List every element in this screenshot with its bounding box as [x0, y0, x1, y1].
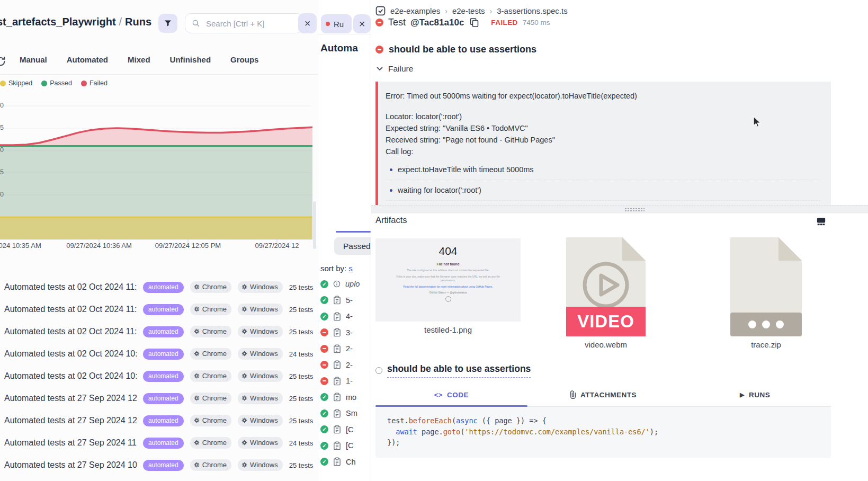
refresh-icon[interactable]: [0, 56, 6, 67]
env-chip-browser: Chrome: [190, 370, 231, 382]
failure-section-toggle[interactable]: Failure: [377, 64, 413, 74]
test-list-item[interactable]: Ch: [320, 454, 371, 470]
run-row[interactable]: Automated tests at 02 Oct 2024 10:40 aut…: [0, 365, 316, 387]
run-badge: automated: [143, 438, 184, 449]
dot-icon: [748, 320, 756, 328]
env-chip-label: Chrome: [202, 350, 227, 358]
passed-filter-button[interactable]: Passed: [334, 237, 371, 255]
env-chip-os: Windows: [238, 459, 283, 471]
gear-icon: [194, 373, 200, 379]
test-title-link[interactable]: should be able to use assertions: [387, 363, 531, 378]
test-list-item[interactable]: 3-: [320, 325, 371, 341]
test-list-item[interactable]: Sm: [320, 405, 371, 422]
gear-icon: [194, 284, 200, 290]
copy-icon[interactable]: [470, 17, 479, 28]
gallery-view-icon[interactable]: [817, 217, 826, 226]
run-row[interactable]: Automated tests at 27 Sep 2024 11:32 aut…: [0, 432, 316, 454]
test-list-item[interactable]: uplo: [320, 276, 371, 292]
artifact-video[interactable]: VIDEO video.webm: [566, 237, 646, 349]
clipboard-icon: [333, 328, 341, 337]
crumb-file[interactable]: 3-assertions.spec.ts: [497, 6, 567, 15]
env-chip-label: Windows: [250, 327, 278, 335]
clipboard-icon: [333, 441, 341, 450]
run-type-tab[interactable]: Mixed: [128, 55, 150, 64]
scrollbar-thumb[interactable]: [313, 201, 316, 249]
thumb-subtitle: File not found: [375, 262, 521, 266]
test-list-item[interactable]: 5-: [320, 292, 371, 309]
run-type-tab[interactable]: Unfinished: [170, 55, 211, 64]
breadcrumb: st_artefacts_Playwright/Runs: [0, 16, 151, 28]
tab-attachments[interactable]: ATTACHMENTS: [527, 385, 679, 406]
run-row[interactable]: Automated tests at 27 Sep 2024 10:35 aut…: [0, 454, 316, 476]
env-chip-os: Windows: [238, 415, 283, 426]
run-type-tab[interactable]: Groups: [230, 55, 258, 64]
gear-icon: [241, 395, 247, 401]
env-chip-label: Chrome: [202, 439, 227, 447]
project-title[interactable]: st_artefacts_Playwright: [0, 16, 116, 28]
run-row[interactable]: Automated tests at 02 Oct 2024 11:08 aut…: [0, 320, 316, 343]
drag-grip-icon: [624, 208, 645, 212]
test-list-item[interactable]: [C: [320, 422, 371, 438]
artifact-screenshot[interactable]: 404 File not found The site configured a…: [375, 238, 521, 334]
thumb-text: If this is your site, make sure that the…: [375, 275, 521, 282]
run-badge: automated: [143, 304, 184, 315]
test-list-item[interactable]: mo: [320, 389, 371, 406]
test-status-icon: [320, 409, 328, 417]
run-type-tabs: ManualAutomatedMixedUnfinishedGroups: [20, 55, 258, 64]
legend-item[interactable]: Skipped: [0, 79, 32, 87]
run-type-tab[interactable]: Manual: [20, 55, 47, 64]
section-resize-handle[interactable]: [371, 205, 868, 213]
run-tab[interactable]: Ru: [321, 14, 352, 33]
test-status-icon: [320, 393, 328, 401]
test-label: 5-: [346, 296, 353, 305]
test-list-item[interactable]: 4-: [320, 308, 371, 325]
tab-code[interactable]: <> CODE: [375, 385, 527, 406]
env-chip-os: Windows: [238, 393, 283, 404]
sort-link[interactable]: s: [348, 264, 353, 273]
artifact-trace[interactable]: trace.zip: [730, 237, 802, 349]
tab-runs[interactable]: ▶ RUNS: [679, 385, 831, 406]
passed-filter-label: Passed: [343, 242, 371, 251]
runs-list: Automated tests at 02 Oct 2024 11:13 aut…: [0, 276, 316, 476]
run-test-count: 24 tests: [289, 439, 314, 447]
crumb-separator: ›: [490, 7, 493, 15]
run-badge: automated: [143, 326, 184, 337]
run-title: Automated tests at 27 Sep 2024 10:35: [4, 460, 137, 470]
filter-button[interactable]: [158, 14, 177, 33]
gear-icon: [241, 440, 247, 446]
pending-status-icon: [375, 367, 382, 374]
run-row[interactable]: Automated tests at 02 Oct 2024 11:11 aut…: [0, 298, 316, 320]
crumb-folder[interactable]: e2e-tests: [452, 6, 485, 15]
crumb-suite[interactable]: e2e-examples: [390, 6, 440, 15]
search-box[interactable]: [185, 13, 303, 33]
run-row[interactable]: Automated tests at 02 Oct 2024 11:13 aut…: [0, 276, 316, 298]
run-row[interactable]: Automated tests at 27 Sep 2024 12:03 aut…: [0, 409, 316, 432]
close-run-panel-button[interactable]: ×: [353, 14, 371, 33]
legend-item[interactable]: Failed: [81, 79, 108, 87]
search-input[interactable]: [205, 19, 296, 29]
play-icon: [580, 260, 631, 310]
test-list-item[interactable]: 1-: [320, 373, 371, 389]
test-list-item[interactable]: 2-: [320, 357, 371, 373]
run-title: Automated tests at 27 Sep 2024 12:03: [4, 416, 137, 425]
call-log-list: expect.toHaveTitle with timeout 5000mswa…: [386, 164, 820, 201]
env-chip-label: Chrome: [202, 461, 227, 469]
error-detail-line: Received string: "Page not found · GitHu…: [386, 134, 820, 146]
paperclip-icon: [570, 390, 576, 399]
close-icon: ×: [305, 18, 311, 29]
clipboard-icon: [333, 409, 341, 418]
legend-label: Skipped: [8, 79, 32, 87]
tab-label: CODE: [447, 391, 469, 399]
close-runs-panel-button[interactable]: ×: [298, 13, 317, 33]
run-type-tab[interactable]: Automated: [67, 55, 108, 64]
env-chip-os: Windows: [238, 437, 283, 449]
test-list-item[interactable]: 2-: [320, 341, 371, 357]
test-status-icon: [320, 377, 328, 385]
run-row[interactable]: Automated tests at 02 Oct 2024 10:43 aut…: [0, 343, 316, 365]
artifact-filename: trace.zip: [730, 340, 802, 349]
legend-item[interactable]: Passed: [41, 79, 72, 87]
sort-row: sort by: s: [320, 264, 353, 273]
run-row[interactable]: Automated tests at 27 Sep 2024 12:07 aut…: [0, 387, 316, 409]
test-list-item[interactable]: [C: [320, 438, 371, 454]
dot-icon: [762, 320, 770, 328]
